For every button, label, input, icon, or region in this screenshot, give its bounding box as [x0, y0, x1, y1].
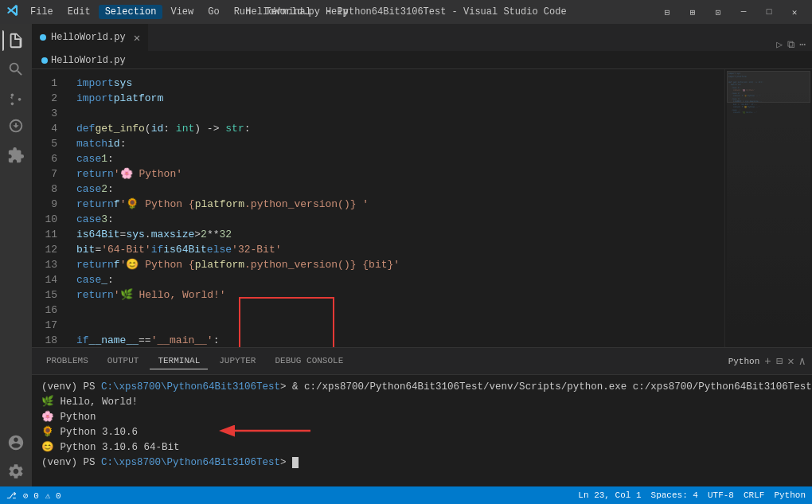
activity-bar [0, 24, 32, 486]
terminal-line-2: 🌿 Hello, World! [41, 395, 802, 410]
vscode-logo-icon [6, 4, 19, 21]
breadcrumb-text: HelloWorld.py [51, 55, 126, 66]
terminal-tab-bar: PROBLEMS OUTPUT TERMINAL JUPYTER DEBUG C… [32, 348, 812, 375]
code-line-7: return '🌸 Python' [76, 166, 724, 182]
panels-icon[interactable]: ⊡ [707, 3, 729, 21]
tab-label: HelloWorld.py [51, 32, 126, 43]
more-actions-icon[interactable]: ⋯ [799, 38, 806, 51]
split-icon[interactable]: ⊞ [681, 3, 704, 21]
encoding-indicator[interactable]: UTF-8 [708, 490, 734, 500]
terminal-line-3: 🌸 Python [41, 410, 802, 425]
code-line-8: case 2: [76, 182, 724, 197]
code-line-18: if __name__ == '__main__': [76, 333, 724, 347]
warning-count: ⚠ 0 [45, 490, 61, 501]
menu-selection[interactable]: Selection [99, 5, 163, 19]
terminal-tab[interactable]: TERMINAL [150, 353, 208, 369]
code-line-1: import sys [76, 76, 724, 91]
menu-go[interactable]: Go [201, 5, 225, 19]
terminal-line-6: (venv) PS C:\xps8700\Python64Bit3106Test… [41, 455, 802, 471]
line-numbers: 12345 678910 1112131415 1617181920 21222… [32, 69, 64, 347]
accounts-icon[interactable] [2, 429, 29, 456]
explorer-icon[interactable] [2, 27, 29, 54]
status-bar: ⎇ ⊘ 0 ⚠ 0 Ln 23, Col 1 Spaces: 4 UTF-8 C… [0, 486, 812, 504]
git-branch-icon: ⎇ [6, 490, 17, 501]
python-file-icon [40, 34, 46, 41]
add-terminal-icon[interactable]: + [764, 355, 771, 368]
terminal-line-1: (venv) PS C:\xps8700\Python64Bit3106Test… [41, 380, 802, 395]
code-line-15: return '🌿 Hello, World!' [76, 287, 724, 303]
error-count: ⊘ 0 [23, 490, 39, 501]
code-line-11: is64Bit = sys.maxsize > 2 ** 32 [76, 227, 724, 242]
search-icon[interactable] [2, 56, 29, 83]
code-editor[interactable]: 12345 678910 1112131415 1617181920 21222… [32, 69, 812, 347]
close-button[interactable]: ✕ [783, 3, 806, 21]
maximize-button[interactable]: □ [758, 3, 780, 21]
status-bar-right: Ln 23, Col 1 Spaces: 4 UTF-8 CRLF Python [578, 490, 806, 500]
minimap: import sys import platform def get_info(… [724, 69, 812, 347]
breadcrumb: HelloWorld.py [32, 52, 812, 69]
close-terminal-icon[interactable]: ✕ [787, 354, 794, 368]
code-line-6: case 1: [76, 151, 724, 166]
terminal-line-5: 😊 Python 3.10.6 64-Bit [41, 440, 802, 455]
active-tab[interactable]: HelloWorld.py ✕ [32, 24, 149, 51]
split-editor-icon[interactable]: ⧉ [787, 39, 794, 51]
output-tab[interactable]: OUTPUT [100, 353, 147, 369]
code-line-5: match id: [76, 136, 724, 151]
code-line-9: return f'🌻 Python {platform.python_versi… [76, 197, 724, 212]
settings-icon[interactable] [2, 458, 29, 485]
code-line-4: def get_info(id: int) -> str: [76, 121, 724, 136]
title-bar: File Edit Selection View Go Run Terminal… [0, 0, 812, 24]
debug-icon[interactable] [2, 113, 29, 140]
jupyter-tab[interactable]: JUPYTER [211, 353, 264, 369]
code-line-13: return f'😊 Python {platform.python_versi… [76, 257, 724, 272]
problems-tab[interactable]: PROBLEMS [38, 353, 96, 369]
code-line-14: case _: [76, 272, 724, 287]
maximize-panel-icon[interactable]: ∧ [799, 354, 806, 368]
code-line-3 [76, 106, 724, 121]
python-label: Python [728, 357, 760, 366]
breadcrumb-icon [41, 57, 48, 64]
minimize-button[interactable]: ─ [732, 3, 755, 21]
tab-bar: HelloWorld.py ✕ ▷ ⧉ ⋯ [32, 24, 812, 52]
spaces-indicator[interactable]: Spaces: 4 [651, 490, 698, 500]
layout-icon[interactable]: ⊟ [656, 3, 678, 21]
terminal-panel: PROBLEMS OUTPUT TERMINAL JUPYTER DEBUG C… [32, 347, 812, 486]
window-title: HelloWorld.py - Python64Bit3106Test - Vi… [245, 6, 566, 18]
cursor-position[interactable]: Ln 23, Col 1 [578, 490, 641, 500]
terminal-cursor [292, 457, 299, 468]
tab-close-button[interactable]: ✕ [134, 31, 140, 45]
code-line-16 [76, 303, 724, 318]
extensions-icon[interactable] [2, 142, 29, 169]
debug-console-tab[interactable]: DEBUG CONSOLE [267, 353, 351, 369]
editor-area: HelloWorld.py ✕ ▷ ⧉ ⋯ HelloWorld.py 1234… [32, 24, 812, 486]
window-controls: ⊟ ⊞ ⊡ ─ □ ✕ [656, 3, 806, 21]
code-line-12: bit = '64-Bit' if is64Bit else '32-Bit' [76, 242, 724, 257]
terminal-actions: Python + ⊟ ✕ ∧ [728, 354, 806, 368]
terminal-line-4: 🌻 Python 3.10.6 [41, 425, 802, 440]
main-container: HelloWorld.py ✕ ▷ ⧉ ⋯ HelloWorld.py 1234… [0, 24, 812, 486]
language-mode[interactable]: Python [774, 490, 806, 500]
run-icon[interactable]: ▷ [776, 38, 783, 51]
menu-edit[interactable]: Edit [61, 5, 97, 19]
split-terminal-icon[interactable]: ⊟ [776, 354, 783, 368]
line-ending-indicator[interactable]: CRLF [744, 490, 764, 500]
terminal-content[interactable]: (venv) PS C:\xps8700\Python64Bit3106Test… [32, 375, 812, 486]
editor-actions: ▷ ⧉ ⋯ [770, 38, 812, 51]
code-content[interactable]: import sys import platform def get_info(… [64, 69, 724, 347]
source-control-icon[interactable] [2, 84, 29, 111]
code-line-2: import platform [76, 91, 724, 106]
menu-view[interactable]: View [164, 5, 200, 19]
code-line-10: case 3: [76, 212, 724, 227]
code-line-17 [76, 318, 724, 333]
menu-file[interactable]: File [24, 5, 60, 19]
